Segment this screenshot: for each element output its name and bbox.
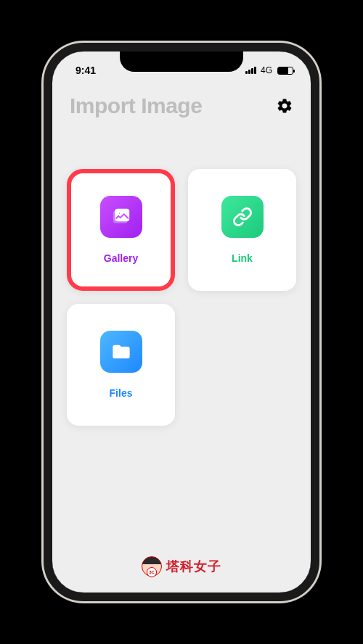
gallery-card[interactable]: Gallery [67,169,175,291]
notch [120,51,243,72]
link-label: Link [232,252,253,264]
battery-icon [277,67,293,75]
link-card[interactable]: Link [188,169,296,291]
gallery-label: Gallery [104,252,138,264]
settings-button[interactable] [276,97,293,115]
screen: 9:41 4G Import Image [52,51,311,593]
network-label: 4G [261,65,272,75]
header: Import Image [52,80,311,125]
phone-frame: 9:41 4G Import Image [44,43,319,601]
svg-point-2 [118,212,121,215]
import-options: Gallery Link Files [52,125,311,426]
link-icon [221,196,264,238]
page-title: Import Image [70,94,202,118]
status-icons: 4G [245,65,293,75]
logo-text: 塔科女子 [166,558,221,575]
files-label: Files [110,387,133,399]
avatar-icon [142,556,162,577]
footer-logo: 塔科女子 [142,556,221,577]
gallery-icon [100,196,142,238]
signal-icon [245,67,256,74]
status-time: 9:41 [76,65,96,76]
files-icon [100,331,142,373]
files-card[interactable]: Files [67,304,175,426]
